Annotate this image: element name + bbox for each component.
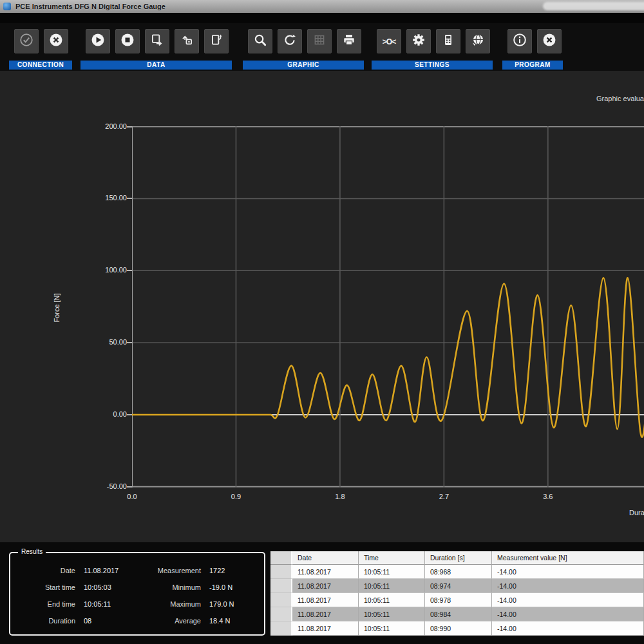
table-cell: 10:05:11 (359, 607, 425, 621)
table-row[interactable]: 11.08.201710:05:1108:974-14.00 (270, 579, 644, 593)
results-row: Minimum-19.0 N (113, 579, 234, 596)
check-circle-icon (19, 33, 33, 50)
exit-button[interactable] (537, 29, 562, 53)
results-row: Date11.08.2017 (12, 562, 118, 579)
info-button[interactable] (507, 29, 532, 53)
results-row: End time10:05:11 (12, 596, 118, 612)
y-tick-label: 100.00 (88, 266, 127, 274)
table-cell: 10:05:11 (359, 593, 425, 607)
window-titlebar[interactable]: PCE Instruments DFG N Digital Force Gaug… (0, 0, 644, 13)
results-row: Average18.4 N (113, 612, 234, 629)
results-value: 179.0 N (209, 596, 234, 612)
load-from-device-button[interactable] (175, 29, 199, 53)
chart-title: Graphic evaluation (596, 95, 644, 102)
table-cell: 11.08.2017 (292, 621, 359, 636)
start-measurement-button[interactable] (86, 29, 110, 53)
y-tick-mark (127, 126, 132, 128)
results-label: Maximum (113, 596, 201, 612)
row-selector-cell (270, 593, 292, 607)
toolbar-group-settings: >O<SETTINGS (372, 23, 493, 71)
results-row: Measurement1722 (113, 562, 234, 579)
results-right-column: Measurement1722Minimum-19.0 NMaximum179.… (113, 562, 234, 629)
zero-adjust-button[interactable]: >O< (377, 29, 401, 53)
x-axis-label: Duration [s] (629, 509, 644, 516)
results-value: 10:05:03 (84, 579, 111, 596)
y-tick-mark (127, 198, 132, 199)
save-data-button[interactable] (145, 29, 169, 53)
connect-button[interactable] (14, 29, 39, 53)
y-tick-label: 150.00 (88, 194, 127, 202)
results-row: Duration08 (12, 612, 118, 629)
y-tick-mark (127, 486, 132, 488)
x-tick-label: 0.9 (220, 493, 251, 500)
zero-adjust-icon: >O< (383, 35, 395, 47)
table-cell: 11.08.2017 (292, 579, 359, 593)
table-cell: 10:05:11 (359, 565, 425, 579)
table-cell: 08:984 (425, 607, 492, 621)
results-label: Measurement (113, 562, 201, 579)
column-header[interactable]: Date (292, 551, 359, 565)
table-row[interactable]: 11.08.201710:05:1108:990-14.00 (270, 621, 644, 636)
gridlines (132, 126, 644, 488)
toolbar-group-data: DATA (80, 23, 232, 71)
results-left-column: Date11.08.2017Start time10:05:03End time… (12, 562, 118, 629)
titlebar-divider (0, 13, 644, 23)
toolbar-group-label: CONNECTION (9, 61, 72, 70)
stop-measurement-button[interactable] (115, 29, 140, 53)
language-button[interactable] (466, 29, 490, 53)
row-selector-cell (270, 621, 292, 636)
results-value: 1722 (209, 562, 225, 579)
disconnect-button[interactable] (44, 29, 68, 53)
y-tick-mark (127, 270, 132, 271)
toolbar-group-graphic: GRAPHIC (243, 23, 364, 71)
table-cell: 11.08.2017 (292, 593, 359, 607)
magnifier-icon (253, 33, 267, 50)
calculator-icon (441, 33, 455, 50)
table-cell: -14.00 (492, 565, 644, 579)
gear-icon (412, 33, 426, 50)
table-row[interactable]: 11.08.201710:05:1108:968-14.00 (270, 565, 644, 579)
table-cell: 08:968 (425, 565, 492, 579)
row-selector-cell (270, 579, 292, 593)
globe-icon (471, 33, 485, 50)
window-caption-highlight (543, 2, 644, 10)
grid-button[interactable] (307, 29, 332, 53)
waveform-path (132, 278, 644, 437)
y-tick-label: 200.00 (88, 122, 127, 130)
table-row[interactable]: 11.08.201710:05:1108:984-14.00 (270, 607, 644, 621)
table-row[interactable]: 11.08.201710:05:1108:978-14.00 (270, 593, 644, 607)
column-header[interactable]: Measurement value [N] (492, 551, 644, 565)
app-icon (3, 3, 11, 10)
table-cell: -14.00 (492, 593, 644, 607)
toolbar-group-connection: CONNECTION (9, 23, 72, 71)
toolbar-group-program: PROGRAM (502, 23, 563, 71)
results-label: Minimum (113, 579, 201, 596)
export-data-button[interactable] (204, 29, 229, 53)
device-setup-button[interactable] (436, 29, 460, 53)
settings-button[interactable] (406, 29, 431, 53)
table-cell: 08:978 (425, 593, 492, 607)
row-selector-cell (270, 607, 292, 621)
row-selector-cell (270, 565, 292, 579)
chart-plot-area[interactable] (132, 126, 644, 488)
chart-svg (132, 126, 644, 488)
print-button[interactable] (337, 29, 361, 53)
results-row: Maximum179.0 N (113, 596, 234, 612)
table-cell: 08:990 (425, 621, 492, 636)
doc-export-icon (150, 33, 164, 50)
results-label: Duration (12, 612, 75, 629)
zoom-button[interactable] (248, 29, 272, 53)
grid-icon (312, 33, 327, 50)
table-cell: 11.08.2017 (292, 607, 359, 621)
results-value: -19.0 N (209, 579, 232, 596)
column-header[interactable]: Time (359, 551, 425, 565)
table-header-row: DateTimeDuration [s]Measurement value [N… (270, 551, 644, 565)
y-tick-label: 0.00 (88, 410, 127, 418)
row-selector-cell (270, 551, 292, 565)
x-circle-icon (542, 33, 556, 50)
y-tick-label: 50.00 (88, 338, 127, 346)
column-header[interactable]: Duration [s] (425, 551, 492, 565)
refresh-button[interactable] (278, 29, 302, 53)
results-legend: Results (18, 548, 46, 555)
toolbar: CONNECTIONDATAGRAPHIC>O<SETTINGSPROGRAM (0, 23, 644, 71)
